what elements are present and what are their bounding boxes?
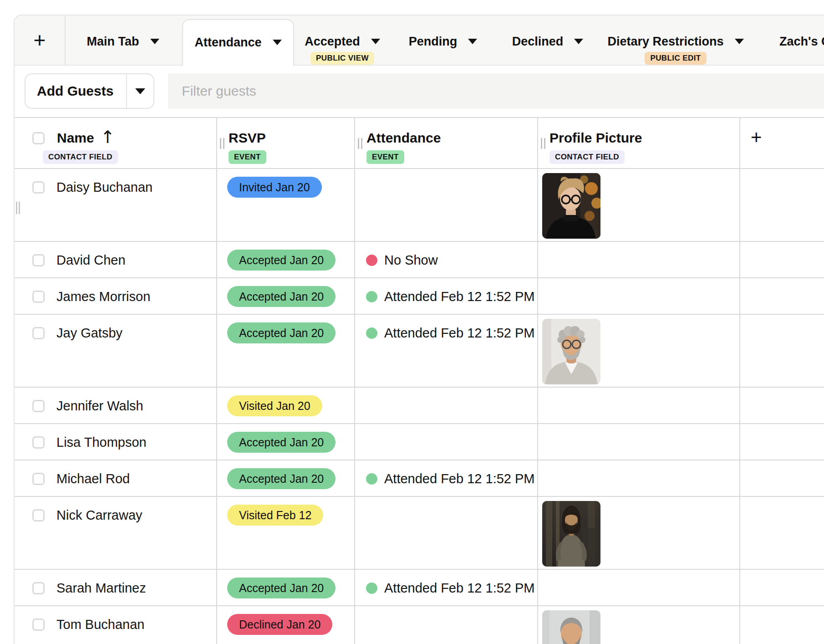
table-row[interactable]: Jay Gatsby Accepted Jan 20 Attended Feb … bbox=[15, 315, 824, 388]
tab-declined[interactable]: Declined bbox=[495, 15, 600, 65]
rsvp-cell[interactable]: Invited Jan 20 bbox=[216, 169, 354, 241]
table-row[interactable]: Jennifer Walsh Visited Jan 20 bbox=[15, 388, 824, 424]
row-checkbox[interactable] bbox=[32, 291, 45, 303]
chevron-down-icon bbox=[150, 39, 159, 44]
profile-picture-cell[interactable] bbox=[537, 388, 739, 423]
attendance-cell[interactable] bbox=[354, 606, 537, 644]
name-cell[interactable]: Daisy Buchanan bbox=[15, 169, 216, 241]
tab-dietary-restrictions[interactable]: Dietary Restrictions PUBLIC EDIT bbox=[600, 15, 751, 65]
name-cell[interactable]: James Morrison bbox=[15, 278, 216, 314]
rsvp-cell[interactable]: Accepted Jan 20 bbox=[216, 570, 354, 605]
tab-accepted[interactable]: Accepted PUBLIC VIEW bbox=[294, 15, 391, 65]
attendance-text: Attended Feb 12 1:52 PM bbox=[384, 471, 535, 486]
profile-photo bbox=[542, 319, 600, 384]
column-header-profile-picture[interactable]: Profile Picture CONTACT FIELD bbox=[537, 118, 739, 168]
empty-cell[interactable] bbox=[739, 169, 824, 241]
sort-ascending-icon[interactable]: ↑ bbox=[101, 128, 115, 146]
table-row[interactable]: Nick Carraway Visited Feb 12 bbox=[15, 497, 824, 570]
name-cell[interactable]: Sarah Martinez bbox=[15, 570, 216, 605]
rsvp-cell[interactable]: Declined Jan 20 bbox=[216, 606, 354, 644]
row-checkbox[interactable] bbox=[32, 181, 45, 194]
attendance-cell[interactable]: No Show bbox=[354, 242, 537, 277]
row-checkbox[interactable] bbox=[32, 473, 45, 485]
empty-cell[interactable] bbox=[739, 424, 824, 460]
name-cell[interactable]: Tom Buchanan bbox=[15, 606, 216, 644]
attendance-cell[interactable]: Attended Feb 12 1:52 PM bbox=[354, 460, 537, 496]
attendance-cell[interactable]: Attended Feb 12 1:52 PM bbox=[354, 278, 537, 314]
tab-zach-s-g[interactable]: Zach's G bbox=[779, 15, 824, 65]
profile-picture-cell[interactable] bbox=[537, 242, 739, 277]
name-cell[interactable]: Nick Carraway bbox=[15, 497, 216, 569]
rsvp-cell[interactable]: Visited Feb 12 bbox=[216, 497, 354, 569]
attendance-cell[interactable] bbox=[354, 424, 537, 460]
guest-name: James Morrison bbox=[56, 289, 150, 304]
table-row[interactable]: Daisy Buchanan Invited Jan 20 bbox=[15, 169, 824, 242]
row-checkbox[interactable] bbox=[32, 400, 45, 412]
name-cell[interactable]: Michael Rod bbox=[15, 460, 216, 496]
table-row[interactable]: Tom Buchanan Declined Jan 20 bbox=[15, 606, 824, 644]
add-tab-button[interactable]: + bbox=[15, 15, 66, 65]
name-cell[interactable]: Lisa Thompson bbox=[15, 424, 216, 460]
empty-cell[interactable] bbox=[739, 497, 824, 569]
profile-picture-cell[interactable] bbox=[537, 460, 739, 496]
attendance-cell[interactable]: Attended Feb 12 1:52 PM bbox=[354, 570, 537, 605]
column-drag-handle[interactable] bbox=[541, 138, 545, 149]
table-row[interactable]: David Chen Accepted Jan 20 No Show bbox=[15, 242, 824, 278]
name-cell[interactable]: Jennifer Walsh bbox=[15, 388, 216, 423]
empty-cell[interactable] bbox=[739, 242, 824, 277]
profile-picture-cell[interactable] bbox=[537, 497, 739, 569]
profile-picture-cell[interactable] bbox=[537, 606, 739, 644]
select-all-checkbox[interactable] bbox=[32, 132, 45, 144]
table-row[interactable]: Lisa Thompson Accepted Jan 20 bbox=[15, 424, 824, 460]
tab-pending[interactable]: Pending bbox=[391, 15, 495, 65]
row-drag-handle[interactable] bbox=[16, 202, 20, 214]
attendance-cell[interactable] bbox=[354, 497, 537, 569]
row-checkbox[interactable] bbox=[32, 509, 45, 521]
row-checkbox[interactable] bbox=[32, 327, 45, 339]
guest-name: Jay Gatsby bbox=[56, 326, 122, 341]
add-column-header[interactable]: + bbox=[739, 118, 824, 168]
column-header-name[interactable]: Name ↑ CONTACT FIELD bbox=[15, 118, 216, 168]
rsvp-status-pill: Accepted Jan 20 bbox=[227, 468, 336, 489]
name-cell[interactable]: Jay Gatsby bbox=[15, 315, 216, 387]
column-header-attendance[interactable]: Attendance EVENT bbox=[354, 118, 537, 168]
column-title: Profile Picture bbox=[549, 130, 642, 146]
tab-main-tab[interactable]: Main Tab bbox=[66, 15, 180, 65]
row-checkbox[interactable] bbox=[32, 582, 45, 594]
empty-cell[interactable] bbox=[739, 315, 824, 387]
tab-label: Dietary Restrictions bbox=[607, 35, 723, 49]
rsvp-cell[interactable]: Accepted Jan 20 bbox=[216, 424, 354, 460]
add-guests-button[interactable]: Add Guests bbox=[25, 74, 126, 108]
tab-attendance[interactable]: Attendance bbox=[182, 19, 294, 66]
name-cell[interactable]: David Chen bbox=[15, 242, 216, 277]
column-drag-handle[interactable] bbox=[220, 138, 224, 149]
row-checkbox[interactable] bbox=[32, 618, 45, 631]
column-header-rsvp[interactable]: RSVP EVENT bbox=[216, 118, 354, 168]
row-checkbox[interactable] bbox=[32, 436, 45, 449]
empty-cell[interactable] bbox=[739, 388, 824, 423]
table-row[interactable]: Sarah Martinez Accepted Jan 20 Attended … bbox=[15, 570, 824, 606]
empty-cell[interactable] bbox=[739, 278, 824, 314]
empty-cell[interactable] bbox=[739, 606, 824, 644]
table-row[interactable]: James Morrison Accepted Jan 20 Attended … bbox=[15, 278, 824, 315]
profile-picture-cell[interactable] bbox=[537, 570, 739, 605]
empty-cell[interactable] bbox=[739, 460, 824, 496]
empty-cell[interactable] bbox=[739, 570, 824, 605]
rsvp-cell[interactable]: Visited Jan 20 bbox=[216, 388, 354, 423]
row-checkbox[interactable] bbox=[32, 254, 45, 266]
attendance-cell[interactable]: Attended Feb 12 1:52 PM bbox=[354, 315, 537, 387]
profile-picture-cell[interactable] bbox=[537, 424, 739, 460]
add-guests-dropdown-button[interactable] bbox=[127, 74, 153, 108]
filter-guests-input[interactable] bbox=[168, 73, 824, 109]
rsvp-cell[interactable]: Accepted Jan 20 bbox=[216, 460, 354, 496]
rsvp-cell[interactable]: Accepted Jan 20 bbox=[216, 278, 354, 314]
attendance-cell[interactable] bbox=[354, 388, 537, 423]
attendance-cell[interactable] bbox=[354, 169, 537, 241]
profile-picture-cell[interactable] bbox=[537, 169, 739, 241]
table-row[interactable]: Michael Rod Accepted Jan 20 Attended Feb… bbox=[15, 460, 824, 497]
profile-picture-cell[interactable] bbox=[537, 315, 739, 387]
column-drag-handle[interactable] bbox=[358, 138, 362, 149]
rsvp-cell[interactable]: Accepted Jan 20 bbox=[216, 242, 354, 277]
rsvp-cell[interactable]: Accepted Jan 20 bbox=[216, 315, 354, 387]
profile-picture-cell[interactable] bbox=[537, 278, 739, 314]
